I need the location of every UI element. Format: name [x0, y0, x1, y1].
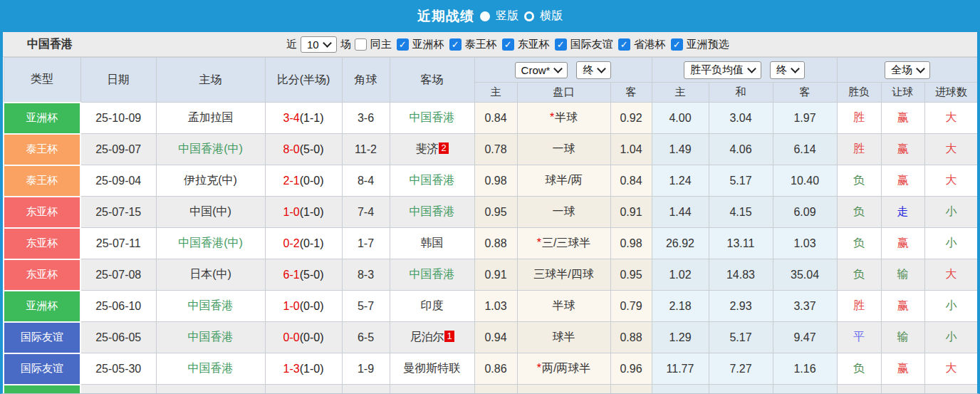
competition-label[interactable]: 省港杯: [634, 38, 666, 51]
title-bar: 近期战绩 竖版 横版: [3, 0, 977, 32]
same-home-label[interactable]: 同主: [370, 38, 392, 51]
competition-badge: 东亚杯: [4, 259, 80, 291]
bookmaker-select[interactable]: Crow*: [515, 62, 568, 78]
win-loss-result-cell: 负: [837, 259, 881, 291]
table-row: 亚洲杯25-06-10中国香港1-0(0-0)5-7印度1.03半球0.792.…: [4, 291, 978, 322]
date-cell: 25-05-30: [80, 353, 156, 385]
handicap-result-cell: 赢: [881, 165, 924, 197]
competition-label[interactable]: 泰王杯: [465, 38, 497, 51]
date-cell: 25-07-08: [80, 259, 156, 291]
win-loss-result-cell: 负: [837, 228, 881, 259]
fulltime-score: 6-1: [283, 269, 300, 281]
star-marker: *: [537, 237, 541, 249]
avg-draw-odds-cell: 13.11: [709, 228, 773, 259]
away-team-link[interactable]: 中国香港: [410, 174, 455, 186]
away-handicap-odds-cell: 0.92: [610, 103, 652, 134]
away-team-link[interactable]: 中国香港: [410, 111, 455, 123]
fulltime-score: 0-0: [283, 331, 300, 343]
away-handicap-odds-cell: 0.91: [610, 197, 652, 228]
date-cell: 25-03-25: [80, 385, 156, 394]
competition-badge: 泰王杯: [4, 165, 80, 197]
horizontal-layout-label[interactable]: 横版: [540, 9, 563, 24]
handicap-result-cell: 赢: [881, 103, 924, 134]
handicap-final-select[interactable]: 终: [576, 61, 611, 79]
competition-label[interactable]: 国际友谊: [570, 38, 613, 51]
competition-checkbox-asian-cup[interactable]: ✓: [397, 38, 409, 51]
home-team-link[interactable]: 日本(中): [189, 268, 231, 280]
avg-draw-odds-cell: 3.04: [709, 103, 773, 134]
away-team-link[interactable]: 斐济: [415, 142, 438, 155]
fulltime-select[interactable]: 全场: [885, 61, 930, 79]
competition-badge: 国际友谊: [4, 322, 80, 353]
subheader-goals-result: 进球数: [924, 83, 978, 103]
away-team-link[interactable]: 曼彻斯特联: [404, 362, 461, 374]
home-team-link[interactable]: 孟加拉国: [188, 111, 234, 123]
score-cell: 1-0(0-0): [265, 291, 342, 322]
away-handicap-odds-cell: 1.04: [610, 134, 652, 165]
home-team-link[interactable]: 中国香港(中): [178, 142, 243, 155]
vertical-layout-label[interactable]: 竖版: [496, 9, 518, 24]
competition-checkbox-province-port-cup[interactable]: ✓: [618, 38, 630, 51]
vertical-layout-radio[interactable]: [480, 11, 490, 21]
goals-result-cell: 小: [924, 228, 978, 259]
handicap-text: 两/两球半: [542, 362, 590, 374]
date-cell: 25-10-09: [80, 103, 156, 134]
same-home-checkbox[interactable]: [355, 38, 367, 51]
win-loss-result-cell: 负: [837, 353, 881, 385]
home-team-link[interactable]: 中国香港: [188, 299, 234, 311]
competition-checkbox-east-asian-cup[interactable]: ✓: [502, 38, 514, 51]
avg-draw-odds-cell: 3.34: [709, 385, 773, 394]
home-handicap-odds-cell: 1.03: [474, 291, 517, 322]
home-team-link[interactable]: 中国香港: [188, 331, 234, 343]
competition-checkbox-asian-qualifiers[interactable]: ✓: [671, 38, 683, 51]
handicap-cell: 一球: [517, 197, 610, 228]
win-loss-result-cell: 负: [837, 197, 881, 228]
score-cell: 0-0(0-0): [265, 385, 342, 394]
fulltime-score: 1-3: [283, 363, 300, 375]
star-marker: *: [550, 111, 554, 123]
away-team-cell: 斐济2: [390, 134, 474, 165]
competition-label[interactable]: 亚洲杯: [412, 38, 444, 51]
away-team-link[interactable]: 中国香港: [410, 205, 455, 217]
handicap-result-cell: 赢: [881, 291, 924, 322]
avg-draw-odds-cell: 4.15: [709, 197, 773, 228]
table-row: 国际友谊25-05-30中国香港1-3(1-0)1-9曼彻斯特联0.86*两/两…: [4, 353, 978, 385]
horizontal-layout-radio[interactable]: [524, 11, 534, 21]
competition-checkbox-friendly[interactable]: ✓: [555, 38, 567, 51]
date-cell: 25-09-07: [80, 134, 156, 165]
date-cell: 25-06-10: [80, 291, 156, 322]
away-team-cell: 尼泊尔1: [390, 322, 474, 353]
avg-home-odds-cell: 4.00: [652, 103, 709, 134]
avg-draw-odds-cell: 5.17: [709, 322, 773, 353]
away-team-link[interactable]: 中国香港: [410, 268, 455, 280]
halftime-score: (0-0): [300, 331, 324, 343]
competition-badge: 国际友谊: [4, 353, 80, 385]
avg-home-odds-cell: 1.44: [652, 197, 709, 228]
home-team-link[interactable]: 中国香港: [188, 362, 234, 374]
home-handicap-odds-cell: 0.86: [474, 353, 517, 385]
home-team-link[interactable]: 伊拉克(中): [184, 174, 237, 186]
home-team-link[interactable]: 中国(中): [189, 205, 231, 217]
goals-result-cell: 小: [924, 197, 978, 228]
avg-odds-select[interactable]: 胜平负均值: [684, 61, 761, 79]
avg-away-odds-cell: 10.40: [773, 165, 837, 197]
home-team-link[interactable]: 中国香港(中): [178, 237, 243, 249]
avg-away-odds-cell: 6.09: [773, 197, 837, 228]
away-team-link[interactable]: 尼泊尔: [410, 331, 444, 343]
halftime-score: (1-1): [300, 112, 324, 124]
corners-cell: 8-4: [342, 165, 390, 197]
competition-checkbox-kings-cup[interactable]: ✓: [449, 38, 462, 51]
away-team-link[interactable]: 印度: [421, 299, 444, 311]
competition-label[interactable]: 亚洲预选: [687, 38, 729, 51]
competition-label[interactable]: 东亚杯: [518, 38, 550, 51]
chevron-down-icon: [916, 64, 925, 73]
avg-home-odds-cell: 1.24: [652, 165, 709, 197]
handicap-text: 一球: [553, 142, 575, 155]
away-handicap-odds-cell: 0.88: [610, 322, 652, 353]
col-header-score: 比分(半场): [265, 58, 342, 103]
match-count-select[interactable]: 10: [301, 36, 337, 53]
avg-final-select[interactable]: 终: [770, 61, 805, 79]
away-team-link[interactable]: 韩国: [421, 237, 444, 249]
away-team-cell: 中国香港: [390, 385, 474, 394]
win-loss-result-cell: 胜: [837, 134, 881, 165]
